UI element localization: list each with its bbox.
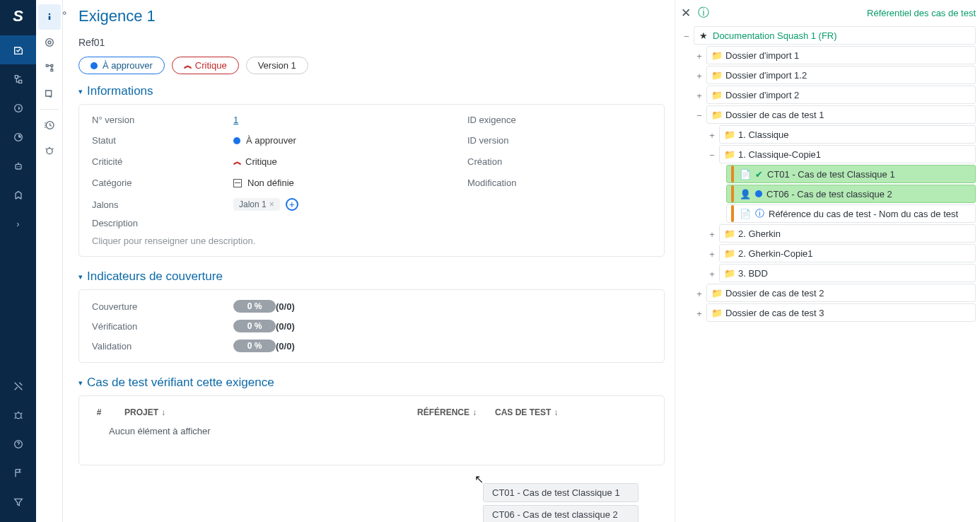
nav-actions[interactable]	[0, 180, 36, 209]
tree-toggle[interactable]: +	[694, 288, 705, 299]
reference-label: Ref01	[78, 37, 675, 48]
tree-folder[interactable]: 📁2. Gherkin-Copie1	[719, 244, 976, 262]
chip-version[interactable]: Version 1	[246, 57, 308, 74]
section-header-verif[interactable]: ▾Cas de test vérifiant cette exigence	[78, 376, 665, 390]
tree-folder[interactable]: 📁Dossier de cas de test 1	[706, 105, 976, 124]
rail-coverage[interactable]	[38, 30, 61, 55]
value-categorie[interactable]: Non définie	[233, 178, 467, 188]
value-statut[interactable]: À approuver	[233, 135, 467, 146]
folder-icon: 📁	[711, 70, 721, 81]
col-reference[interactable]: RÉFÉRENCE ↓	[417, 407, 477, 417]
nav-campaigns[interactable]	[0, 93, 36, 122]
sort-icon: ↓	[472, 407, 477, 417]
nav-dashboard[interactable]	[0, 122, 36, 151]
tree-toggle[interactable]: +	[706, 129, 718, 141]
nav-filter[interactable]	[0, 487, 36, 516]
section-header-informations[interactable]: ▾Informations	[78, 84, 665, 98]
dot-icon	[755, 190, 762, 197]
tree-toggle[interactable]: −	[706, 149, 718, 161]
label-jalons: Jalons	[92, 199, 233, 210]
description-placeholder[interactable]: Cliquer pour renseigner une description.	[92, 236, 651, 246]
critical-icon: ︽	[184, 59, 190, 71]
star-icon: ★	[699, 30, 708, 41]
label-statut: Statut	[92, 135, 233, 146]
rail-issues[interactable]	[38, 138, 61, 163]
chevron-down-icon: ▾	[78, 87, 83, 96]
tree-toggle[interactable]: +	[706, 228, 718, 240]
close-panel-button[interactable]: ✕	[681, 6, 691, 21]
tree-folder[interactable]: 📁Dossier d'import 1	[706, 46, 976, 64]
drag-item: CT01 - Cas de test Classique 1	[483, 483, 638, 502]
tree-toggle[interactable]: −	[694, 110, 705, 121]
folder-icon: 📁	[711, 288, 721, 298]
folder-icon: 📁	[711, 50, 721, 61]
nav-bugs[interactable]	[0, 400, 36, 429]
collapse-sidebar-icon[interactable]: »	[63, 7, 76, 18]
rail-tree[interactable]	[38, 55, 61, 81]
tree-toggle[interactable]: +	[694, 50, 705, 62]
value-criticite[interactable]: ︽Critique	[233, 156, 467, 168]
nav-testcases[interactable]	[0, 64, 36, 93]
remove-tag-icon[interactable]: ×	[269, 199, 274, 209]
nav-automation[interactable]	[0, 151, 36, 180]
rail-info[interactable]	[38, 4, 61, 30]
detail-tabs-rail	[36, 0, 63, 522]
nav-help[interactable]	[0, 429, 36, 458]
help-icon[interactable]: ⓘ	[698, 6, 709, 21]
folder-icon: 📁	[724, 248, 734, 259]
svg-point-9	[45, 39, 53, 47]
tree-toggle[interactable]: +	[706, 248, 718, 260]
tree-toggle[interactable]: +	[694, 70, 705, 81]
tree-folder[interactable]: 📁Dossier d'import 2	[706, 86, 976, 104]
value-version[interactable]: 1	[233, 115, 238, 125]
tree-project[interactable]: ★Documentation Squash 1 (FR)	[694, 26, 976, 45]
tree-toggle[interactable]: +	[706, 268, 718, 279]
tree-testcase[interactable]: 📄✔CT01 - Cas de test Classique 1	[726, 165, 976, 183]
folder-icon: 📁	[724, 228, 734, 239]
col-cas[interactable]: CAS DE TEST ↓	[495, 407, 558, 417]
tree-folder[interactable]: 📁Dossier d'import 1.2	[706, 66, 976, 84]
tree-toggle[interactable]: −	[681, 30, 692, 42]
label-modification: Modification	[467, 178, 651, 188]
label-id-version: ID version	[467, 135, 651, 146]
tree-folder[interactable]: 📁1. Classique	[719, 125, 976, 144]
cov-label: Validation	[92, 341, 233, 352]
col-num[interactable]: #	[92, 407, 106, 417]
milestone-tag[interactable]: Jalon 1×	[233, 198, 280, 211]
section-title: Informations	[87, 84, 153, 98]
main-content: » Exigence 1 Ref01 À approuver ︽Critique…	[63, 0, 675, 522]
tree-testcase[interactable]: 👤CT06 - Cas de test classique 2	[726, 185, 976, 203]
tree-folder[interactable]: 📁3. BDD	[719, 264, 976, 282]
nav-flag[interactable]	[0, 458, 36, 487]
app-logo: S	[6, 4, 30, 28]
tree-toggle[interactable]: +	[694, 308, 705, 319]
svg-rect-7	[48, 16, 50, 20]
chip-status[interactable]: À approuver	[78, 57, 165, 74]
nav-expand[interactable]: ›	[0, 209, 36, 238]
tree-toggle[interactable]: +	[694, 90, 705, 101]
rail-history[interactable]	[38, 112, 61, 138]
rail-link[interactable]	[38, 81, 61, 106]
cov-label: Couverture	[92, 301, 233, 312]
drag-tooltip: CT01 - Cas de test Classique 1 CT06 - Ca…	[483, 483, 638, 522]
file-icon: 📄	[740, 169, 751, 180]
tree-folder[interactable]: 📁2. Gherkin	[719, 224, 976, 243]
tree-testcase[interactable]: 📄ⓘRéférence du cas de test - Nom du cas …	[726, 204, 976, 223]
nav-requirements[interactable]	[0, 35, 36, 64]
nav-tools[interactable]	[0, 371, 36, 400]
dot-icon	[91, 62, 98, 69]
add-milestone-button[interactable]: +	[286, 198, 298, 211]
tree-folder[interactable]: 📁1. Classique-Copie1	[719, 145, 976, 163]
section-header-coverage[interactable]: ▾Indicateurs de couverture	[78, 269, 665, 284]
file-icon: 📄	[740, 209, 751, 219]
svg-rect-2	[16, 164, 21, 169]
cov-ratio: (0/0)	[276, 341, 332, 352]
col-projet[interactable]: PROJET ↓	[124, 407, 165, 417]
tree-folder[interactable]: 📁Dossier de cas de test 3	[706, 303, 976, 322]
tree-folder[interactable]: 📁Dossier de cas de test 2	[706, 284, 976, 302]
folder-icon: 📁	[724, 149, 734, 160]
folder-icon: 📁	[711, 90, 721, 100]
tree-title-link[interactable]: Référentiel des cas de test	[867, 8, 976, 18]
sort-icon: ↓	[161, 407, 165, 417]
chip-criticality[interactable]: ︽Critique	[172, 57, 239, 74]
